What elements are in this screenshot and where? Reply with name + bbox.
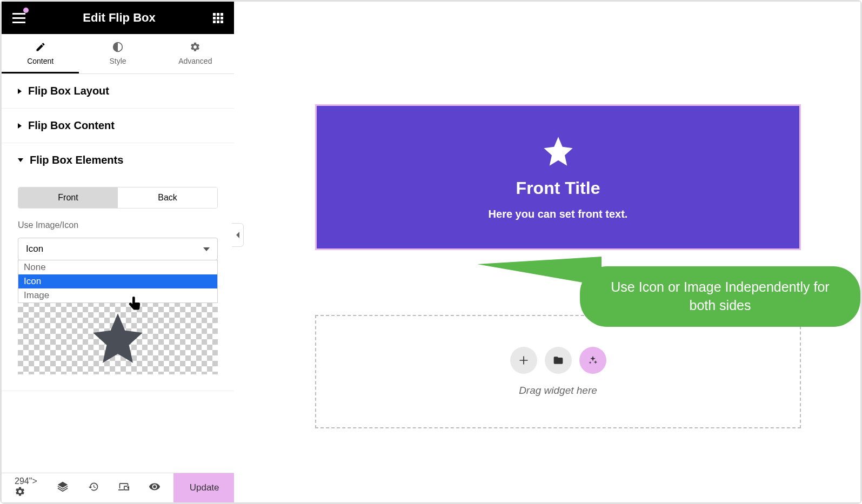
add-widget-button[interactable] (510, 347, 537, 374)
eye-icon (149, 481, 161, 493)
menu-icon[interactable] (12, 13, 25, 23)
devices-icon (118, 481, 129, 492)
section-elements-toggle[interactable]: Flip Box Elements (2, 143, 234, 177)
flip-box-preview[interactable]: Front Title Here you can set front text. (315, 104, 801, 250)
section-content-toggle[interactable]: Flip Box Content (2, 109, 234, 143)
section-layout-title: Flip Box Layout (28, 85, 109, 97)
layers-icon (57, 481, 69, 493)
chevron-down-icon (203, 247, 210, 251)
flip-front-text: Here you can set front text. (489, 208, 628, 220)
section-flip-box-elements: Flip Box Elements Front Back Use Image/I… (2, 143, 234, 391)
gear-icon (190, 42, 201, 52)
use-image-icon-select[interactable]: Icon None Icon Image (18, 238, 218, 260)
star-icon (541, 134, 576, 169)
star-icon (88, 308, 148, 368)
pencil-icon (35, 42, 46, 52)
front-back-toggle: Front Back (18, 187, 218, 209)
section-flip-box-content: Flip Box Content (2, 109, 234, 143)
tab-style[interactable]: Style (79, 34, 156, 73)
tab-content-label: Content (27, 57, 54, 65)
gear-icon (15, 486, 25, 497)
option-none[interactable]: None (18, 260, 217, 274)
sidebar-header: Edit Flip Box (2, 2, 234, 34)
use-image-icon-label: Use Image/Icon (18, 220, 218, 230)
option-image[interactable]: Image (18, 288, 217, 303)
section-content-title: Flip Box Content (28, 119, 115, 132)
pointer-cursor-icon (129, 296, 142, 312)
section-elements-title: Flip Box Elements (30, 154, 123, 166)
settings-button[interactable]: 294"> (15, 476, 37, 499)
navigator-button[interactable] (57, 481, 69, 495)
section-flip-box-layout: Flip Box Layout (2, 74, 234, 109)
drop-zone-actions (510, 347, 606, 374)
tab-advanced-label: Advanced (178, 57, 212, 65)
annotation-callout: Use Icon or Image Independently for both… (580, 266, 860, 327)
chevron-left-icon (235, 232, 240, 238)
tab-advanced[interactable]: Advanced (157, 34, 234, 73)
editor-tabs: Content Style Advanced (2, 34, 234, 74)
select-dropdown: None Icon Image (18, 260, 218, 303)
sparkle-icon (587, 355, 598, 366)
responsive-button[interactable] (118, 481, 129, 494)
apps-grid-icon[interactable] (213, 13, 223, 23)
caret-right-icon (18, 89, 22, 94)
back-toggle[interactable]: Back (118, 187, 217, 208)
section-layout-toggle[interactable]: Flip Box Layout (2, 74, 234, 108)
history-icon (88, 481, 99, 492)
folder-button[interactable] (545, 347, 572, 374)
plus-icon (518, 355, 529, 366)
tab-style-label: Style (109, 57, 126, 65)
history-button[interactable] (88, 481, 99, 494)
drop-zone-text: Drag widget here (519, 385, 597, 397)
icon-preview-area[interactable] (18, 301, 218, 374)
panel-title: Edit Flip Box (83, 11, 155, 25)
collapse-sidebar-button[interactable] (232, 223, 244, 247)
contrast-icon (112, 42, 123, 52)
ai-button[interactable] (579, 347, 606, 374)
front-toggle[interactable]: Front (18, 187, 118, 208)
caret-right-icon (18, 123, 22, 129)
footer-bar: 294"> Update (2, 473, 234, 502)
preview-button[interactable] (149, 481, 161, 495)
status-indicator-dot (23, 8, 29, 13)
tab-content[interactable]: Content (2, 34, 79, 73)
caret-down-icon (18, 158, 23, 162)
option-icon[interactable]: Icon (18, 274, 217, 288)
preview-canvas: Front Title Here you can set front text.… (234, 2, 860, 502)
editor-sidebar: Edit Flip Box Content Style Advanced (2, 2, 234, 502)
update-button-label: Update (190, 482, 219, 493)
select-current-value: Icon (26, 244, 43, 254)
flip-front-title: Front Title (516, 178, 600, 198)
section-elements-body: Front Back Use Image/Icon Icon None Icon… (2, 187, 234, 391)
widget-drop-zone[interactable]: Drag widget here (315, 315, 801, 428)
folder-icon (553, 355, 564, 366)
